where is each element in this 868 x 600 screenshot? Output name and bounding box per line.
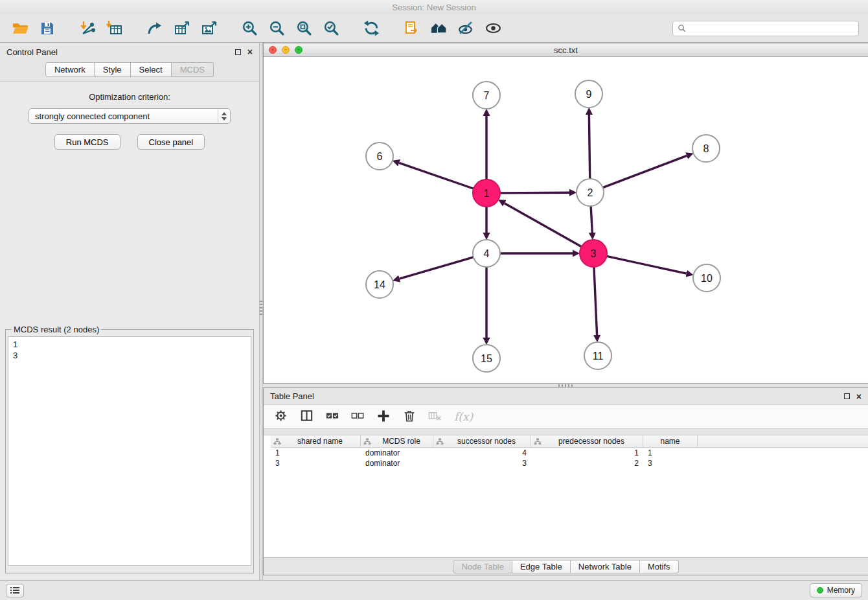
table-header-row: shared name MCDS role successor nodes [271, 435, 868, 448]
float-panel-icon[interactable] [235, 49, 241, 55]
table-row[interactable]: 3 dominator 3 2 3 [271, 458, 868, 468]
graph-edge-1-2[interactable] [499, 192, 569, 193]
network-view-titlebar[interactable]: scc.txt × − + [264, 43, 868, 57]
tab-node-table[interactable]: Node Table [453, 560, 512, 573]
search-input[interactable] [689, 24, 854, 33]
table-panel: Table Panel × [263, 387, 868, 575]
add-column-icon[interactable] [376, 409, 391, 425]
maximize-window-icon[interactable]: + [295, 46, 303, 54]
close-table-panel-icon[interactable]: × [856, 393, 862, 400]
cell-mcds-role[interactable]: dominator [361, 459, 433, 468]
table-row[interactable]: 1 dominator 4 1 1 [271, 448, 868, 458]
tab-style[interactable]: Style [95, 62, 131, 77]
criterion-dropdown[interactable]: strongly connected component [29, 108, 231, 124]
table-settings-gear-icon[interactable] [274, 409, 288, 424]
close-panel-button[interactable]: Close panel [137, 134, 205, 150]
import-network-icon[interactable] [76, 17, 98, 40]
graph-edge-2-3[interactable] [591, 205, 592, 233]
cell-successor-nodes[interactable]: 4 [433, 448, 531, 457]
tab-motifs[interactable]: Motifs [640, 560, 679, 573]
select-all-icon[interactable] [326, 410, 339, 424]
control-panel: Control Panel × Network Style Select MCD… [0, 43, 259, 580]
cell-predecessor-nodes[interactable]: 2 [531, 459, 643, 468]
graph-node-label-3: 3 [591, 248, 597, 259]
control-panel-tabs: Network Style Select MCDS [0, 61, 259, 81]
cell-shared-name[interactable]: 1 [271, 448, 361, 457]
column-header-name[interactable]: name [643, 435, 698, 447]
import-table-icon[interactable] [104, 17, 126, 40]
cell-mcds-role[interactable]: dominator [361, 448, 433, 457]
column-header-successor-nodes[interactable]: successor nodes [433, 435, 531, 447]
save-session-icon[interactable] [36, 17, 58, 40]
cell-shared-name[interactable]: 3 [271, 459, 361, 468]
splitter-grip-icon [260, 301, 262, 316]
open-document-icon[interactable] [400, 17, 422, 40]
search-icon [678, 24, 686, 32]
network-graph[interactable]: 7968124314101511 [264, 57, 867, 383]
zoom-out-icon[interactable] [266, 17, 288, 40]
graph-node-label-6: 6 [377, 151, 383, 162]
network-canvas[interactable]: 7968124314101511 [264, 57, 868, 383]
table-panel-header: Table Panel × [264, 388, 868, 404]
graph-edge-2-9[interactable] [589, 115, 589, 179]
cell-name[interactable]: 1 [643, 448, 698, 457]
graph-edge-3-10[interactable] [606, 256, 687, 273]
graph-edge-3-11[interactable] [594, 266, 597, 335]
float-table-panel-icon[interactable] [844, 393, 850, 399]
cell-predecessor-nodes[interactable]: 1 [531, 448, 643, 457]
export-table-icon[interactable] [171, 17, 193, 40]
memory-button[interactable]: Memory [810, 583, 862, 597]
table-panel-title: Table Panel [270, 391, 314, 401]
table-tabs: Node Table Edge Table Network Table Moti… [264, 557, 868, 575]
column-header-mcds-role[interactable]: MCDS role [361, 435, 433, 447]
show-style-icon[interactable] [455, 17, 477, 40]
close-window-icon[interactable]: × [269, 46, 277, 54]
function-builder-icon: f(x) [454, 410, 473, 423]
node-table: shared name MCDS role successor nodes [264, 435, 868, 557]
task-history-button[interactable] [6, 584, 24, 597]
cell-successor-nodes[interactable]: 3 [433, 459, 531, 468]
graph-node-label-14: 14 [374, 279, 385, 290]
horizontal-splitter[interactable] [263, 384, 868, 387]
export-network-icon[interactable] [144, 17, 166, 40]
vertical-splitter[interactable] [259, 43, 263, 580]
mcds-result-list[interactable]: 1 3 [8, 336, 251, 566]
column-header-predecessor-nodes[interactable]: predecessor nodes [531, 435, 643, 447]
splitter-grip-icon [558, 384, 574, 387]
mcds-result-title: MCDS result (2 nodes) [12, 325, 101, 334]
run-mcds-button[interactable]: Run MCDS [54, 134, 120, 150]
mcds-result-line: 1 [13, 339, 246, 350]
zoom-fit-icon[interactable] [293, 17, 315, 40]
zoom-selected-icon[interactable] [320, 17, 342, 40]
graph-edge-1-6[interactable] [399, 163, 474, 189]
column-header-filler [698, 435, 868, 447]
memory-status-icon [817, 587, 823, 594]
graph-node-label-11: 11 [593, 351, 604, 362]
tab-network[interactable]: Network [45, 62, 95, 77]
home-icon[interactable] [428, 17, 450, 40]
tab-select[interactable]: Select [131, 62, 172, 77]
graph-edge-2-8[interactable] [602, 156, 687, 188]
zoom-in-icon[interactable] [238, 17, 260, 40]
column-header-shared-name[interactable]: shared name [271, 435, 361, 447]
tab-mcds[interactable]: MCDS [172, 62, 214, 77]
table-toolbar: f(x) [264, 404, 868, 429]
graph-edge-4-14[interactable] [400, 257, 474, 279]
refresh-icon[interactable] [360, 17, 382, 40]
graph-node-label-9: 9 [586, 89, 592, 100]
unselect-all-icon[interactable] [351, 410, 364, 424]
cell-name[interactable]: 3 [643, 459, 698, 468]
graph-edge-3-1[interactable] [505, 203, 582, 248]
open-session-icon[interactable] [9, 17, 31, 40]
network-view-window: scc.txt × − + 7968124314101511 [263, 43, 868, 384]
tab-network-table[interactable]: Network Table [571, 560, 640, 573]
delete-icon[interactable] [403, 410, 416, 424]
minimize-window-icon[interactable]: − [282, 46, 290, 54]
graph-node-label-7: 7 [484, 90, 490, 101]
close-panel-icon[interactable]: × [247, 49, 253, 55]
export-image-icon[interactable] [198, 17, 220, 40]
show-graphics-details-icon[interactable] [482, 17, 504, 40]
toolbar-search[interactable] [672, 21, 859, 36]
tab-edge-table[interactable]: Edge Table [512, 560, 571, 573]
show-columns-icon[interactable] [300, 409, 314, 424]
